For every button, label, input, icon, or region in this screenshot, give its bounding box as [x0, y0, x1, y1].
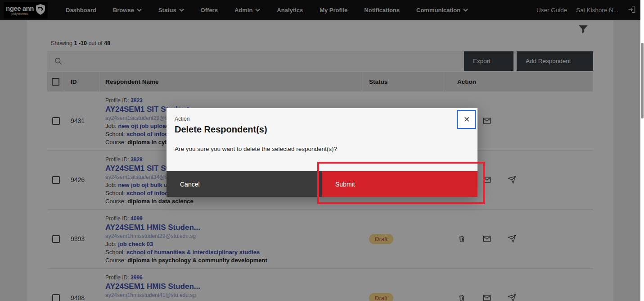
cancel-label: Cancel	[180, 181, 200, 188]
cancel-button[interactable]: Cancel	[167, 171, 322, 197]
dialog-footer: Cancel Submit	[167, 171, 477, 197]
scrollbar-thumb[interactable]	[641, 43, 644, 119]
close-icon[interactable]: ✕	[457, 110, 476, 129]
dialog-message: Are you sure you want to delete the sele…	[175, 146, 337, 152]
delete-respondents-dialog: Action Delete Respondent(s) Are you sure…	[167, 108, 477, 197]
dialog-eyebrow: Action	[175, 116, 189, 122]
page: ngee ann polytechnic Dashboard Browse St…	[0, 0, 644, 301]
vertical-scrollbar[interactable]	[640, 0, 644, 301]
submit-label: Submit	[335, 181, 355, 188]
submit-button[interactable]: Submit	[322, 171, 477, 197]
dialog-title: Delete Respondent(s)	[175, 124, 267, 135]
